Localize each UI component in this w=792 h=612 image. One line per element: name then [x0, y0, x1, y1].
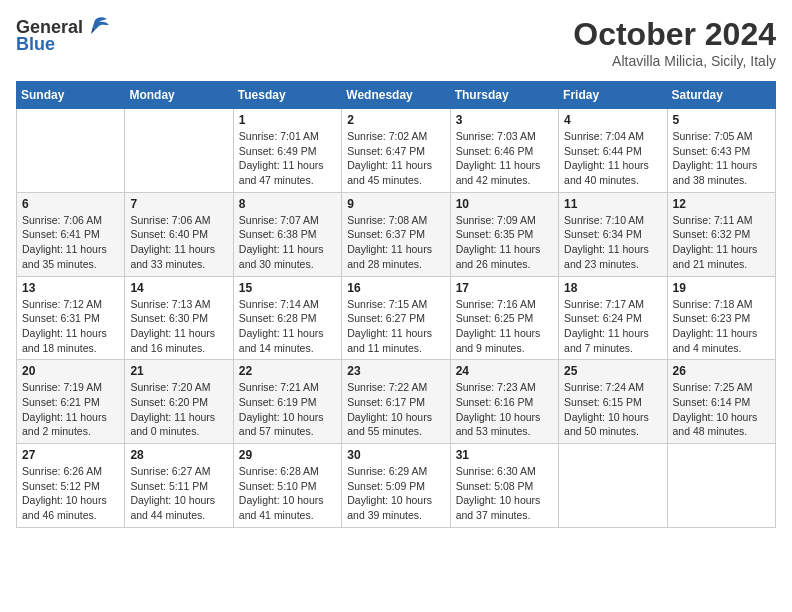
calendar-cell: 9Sunrise: 7:08 AM Sunset: 6:37 PM Daylig… [342, 192, 450, 276]
calendar-cell [17, 109, 125, 193]
calendar-cell: 2Sunrise: 7:02 AM Sunset: 6:47 PM Daylig… [342, 109, 450, 193]
logo-bird-icon [85, 16, 111, 38]
calendar-cell: 14Sunrise: 7:13 AM Sunset: 6:30 PM Dayli… [125, 276, 233, 360]
day-info: Sunrise: 6:30 AM Sunset: 5:08 PM Dayligh… [456, 464, 553, 523]
calendar-cell: 11Sunrise: 7:10 AM Sunset: 6:34 PM Dayli… [559, 192, 667, 276]
calendar-cell: 12Sunrise: 7:11 AM Sunset: 6:32 PM Dayli… [667, 192, 775, 276]
calendar-cell: 7Sunrise: 7:06 AM Sunset: 6:40 PM Daylig… [125, 192, 233, 276]
day-number: 8 [239, 197, 336, 211]
day-number: 7 [130, 197, 227, 211]
calendar-cell: 8Sunrise: 7:07 AM Sunset: 6:38 PM Daylig… [233, 192, 341, 276]
location-subtitle: Altavilla Milicia, Sicily, Italy [573, 53, 776, 69]
day-info: Sunrise: 6:26 AM Sunset: 5:12 PM Dayligh… [22, 464, 119, 523]
day-info: Sunrise: 7:23 AM Sunset: 6:16 PM Dayligh… [456, 380, 553, 439]
day-info: Sunrise: 6:28 AM Sunset: 5:10 PM Dayligh… [239, 464, 336, 523]
day-info: Sunrise: 7:05 AM Sunset: 6:43 PM Dayligh… [673, 129, 770, 188]
day-number: 11 [564, 197, 661, 211]
calendar-cell: 16Sunrise: 7:15 AM Sunset: 6:27 PM Dayli… [342, 276, 450, 360]
day-number: 28 [130, 448, 227, 462]
day-info: Sunrise: 7:06 AM Sunset: 6:40 PM Dayligh… [130, 213, 227, 272]
day-info: Sunrise: 7:06 AM Sunset: 6:41 PM Dayligh… [22, 213, 119, 272]
day-number: 17 [456, 281, 553, 295]
calendar-week-1: 1Sunrise: 7:01 AM Sunset: 6:49 PM Daylig… [17, 109, 776, 193]
calendar-cell: 10Sunrise: 7:09 AM Sunset: 6:35 PM Dayli… [450, 192, 558, 276]
calendar-table: SundayMondayTuesdayWednesdayThursdayFrid… [16, 81, 776, 528]
day-number: 21 [130, 364, 227, 378]
calendar-cell: 17Sunrise: 7:16 AM Sunset: 6:25 PM Dayli… [450, 276, 558, 360]
weekday-header-wednesday: Wednesday [342, 82, 450, 109]
weekday-header-friday: Friday [559, 82, 667, 109]
day-info: Sunrise: 7:25 AM Sunset: 6:14 PM Dayligh… [673, 380, 770, 439]
calendar-cell: 29Sunrise: 6:28 AM Sunset: 5:10 PM Dayli… [233, 444, 341, 528]
calendar-cell: 25Sunrise: 7:24 AM Sunset: 6:15 PM Dayli… [559, 360, 667, 444]
day-number: 26 [673, 364, 770, 378]
calendar-cell: 26Sunrise: 7:25 AM Sunset: 6:14 PM Dayli… [667, 360, 775, 444]
calendar-cell: 21Sunrise: 7:20 AM Sunset: 6:20 PM Dayli… [125, 360, 233, 444]
month-title: October 2024 [573, 16, 776, 53]
calendar-cell: 19Sunrise: 7:18 AM Sunset: 6:23 PM Dayli… [667, 276, 775, 360]
logo: General Blue [16, 16, 111, 55]
day-info: Sunrise: 7:04 AM Sunset: 6:44 PM Dayligh… [564, 129, 661, 188]
day-info: Sunrise: 7:16 AM Sunset: 6:25 PM Dayligh… [456, 297, 553, 356]
calendar-cell: 23Sunrise: 7:22 AM Sunset: 6:17 PM Dayli… [342, 360, 450, 444]
calendar-cell: 6Sunrise: 7:06 AM Sunset: 6:41 PM Daylig… [17, 192, 125, 276]
day-info: Sunrise: 7:03 AM Sunset: 6:46 PM Dayligh… [456, 129, 553, 188]
calendar-week-5: 27Sunrise: 6:26 AM Sunset: 5:12 PM Dayli… [17, 444, 776, 528]
calendar-cell: 15Sunrise: 7:14 AM Sunset: 6:28 PM Dayli… [233, 276, 341, 360]
calendar-cell: 31Sunrise: 6:30 AM Sunset: 5:08 PM Dayli… [450, 444, 558, 528]
day-info: Sunrise: 7:20 AM Sunset: 6:20 PM Dayligh… [130, 380, 227, 439]
day-number: 29 [239, 448, 336, 462]
calendar-cell: 18Sunrise: 7:17 AM Sunset: 6:24 PM Dayli… [559, 276, 667, 360]
day-info: Sunrise: 7:22 AM Sunset: 6:17 PM Dayligh… [347, 380, 444, 439]
day-number: 31 [456, 448, 553, 462]
day-info: Sunrise: 7:15 AM Sunset: 6:27 PM Dayligh… [347, 297, 444, 356]
weekday-header-saturday: Saturday [667, 82, 775, 109]
day-number: 22 [239, 364, 336, 378]
day-info: Sunrise: 7:21 AM Sunset: 6:19 PM Dayligh… [239, 380, 336, 439]
day-number: 20 [22, 364, 119, 378]
day-number: 6 [22, 197, 119, 211]
day-info: Sunrise: 7:08 AM Sunset: 6:37 PM Dayligh… [347, 213, 444, 272]
day-number: 9 [347, 197, 444, 211]
calendar-cell: 5Sunrise: 7:05 AM Sunset: 6:43 PM Daylig… [667, 109, 775, 193]
day-number: 4 [564, 113, 661, 127]
day-info: Sunrise: 6:27 AM Sunset: 5:11 PM Dayligh… [130, 464, 227, 523]
day-info: Sunrise: 7:17 AM Sunset: 6:24 PM Dayligh… [564, 297, 661, 356]
day-number: 13 [22, 281, 119, 295]
page-header: General Blue October 2024 Altavilla Mili… [16, 16, 776, 69]
day-info: Sunrise: 7:07 AM Sunset: 6:38 PM Dayligh… [239, 213, 336, 272]
calendar-cell: 22Sunrise: 7:21 AM Sunset: 6:19 PM Dayli… [233, 360, 341, 444]
weekday-header-row: SundayMondayTuesdayWednesdayThursdayFrid… [17, 82, 776, 109]
weekday-header-monday: Monday [125, 82, 233, 109]
day-number: 1 [239, 113, 336, 127]
day-info: Sunrise: 7:02 AM Sunset: 6:47 PM Dayligh… [347, 129, 444, 188]
day-info: Sunrise: 7:18 AM Sunset: 6:23 PM Dayligh… [673, 297, 770, 356]
day-number: 24 [456, 364, 553, 378]
calendar-cell: 4Sunrise: 7:04 AM Sunset: 6:44 PM Daylig… [559, 109, 667, 193]
calendar-cell: 30Sunrise: 6:29 AM Sunset: 5:09 PM Dayli… [342, 444, 450, 528]
weekday-header-tuesday: Tuesday [233, 82, 341, 109]
day-info: Sunrise: 7:01 AM Sunset: 6:49 PM Dayligh… [239, 129, 336, 188]
day-number: 12 [673, 197, 770, 211]
day-number: 14 [130, 281, 227, 295]
day-number: 23 [347, 364, 444, 378]
calendar-cell [559, 444, 667, 528]
day-number: 25 [564, 364, 661, 378]
weekday-header-thursday: Thursday [450, 82, 558, 109]
day-number: 15 [239, 281, 336, 295]
day-info: Sunrise: 7:09 AM Sunset: 6:35 PM Dayligh… [456, 213, 553, 272]
day-info: Sunrise: 7:19 AM Sunset: 6:21 PM Dayligh… [22, 380, 119, 439]
calendar-week-4: 20Sunrise: 7:19 AM Sunset: 6:21 PM Dayli… [17, 360, 776, 444]
calendar-cell: 13Sunrise: 7:12 AM Sunset: 6:31 PM Dayli… [17, 276, 125, 360]
day-info: Sunrise: 7:13 AM Sunset: 6:30 PM Dayligh… [130, 297, 227, 356]
day-info: Sunrise: 7:24 AM Sunset: 6:15 PM Dayligh… [564, 380, 661, 439]
day-info: Sunrise: 7:12 AM Sunset: 6:31 PM Dayligh… [22, 297, 119, 356]
calendar-week-3: 13Sunrise: 7:12 AM Sunset: 6:31 PM Dayli… [17, 276, 776, 360]
day-info: Sunrise: 7:11 AM Sunset: 6:32 PM Dayligh… [673, 213, 770, 272]
day-number: 2 [347, 113, 444, 127]
day-info: Sunrise: 7:10 AM Sunset: 6:34 PM Dayligh… [564, 213, 661, 272]
calendar-week-2: 6Sunrise: 7:06 AM Sunset: 6:41 PM Daylig… [17, 192, 776, 276]
calendar-cell: 20Sunrise: 7:19 AM Sunset: 6:21 PM Dayli… [17, 360, 125, 444]
day-info: Sunrise: 6:29 AM Sunset: 5:09 PM Dayligh… [347, 464, 444, 523]
calendar-cell [667, 444, 775, 528]
